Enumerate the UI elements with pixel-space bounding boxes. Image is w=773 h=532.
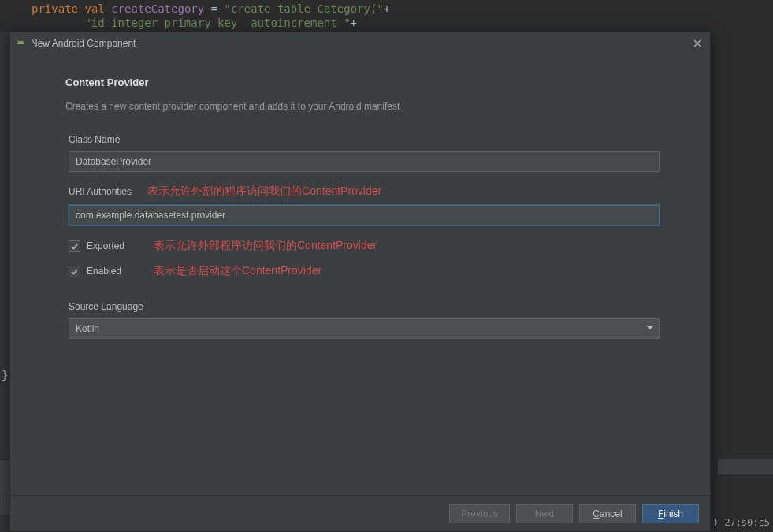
chevron-down-icon: [647, 326, 653, 329]
left-tool-window-strip: [0, 459, 9, 515]
dialog-content: Content Provider Creates a new content p…: [10, 54, 710, 339]
svg-point-2: [19, 42, 20, 43]
right-scrollbar-area: [718, 459, 773, 474]
section-description: Creates a new content provider component…: [65, 101, 655, 112]
uri-authorities-input[interactable]: [69, 205, 660, 225]
exported-annotation: 表示允许外部程序访问我们的ContentProvider: [154, 239, 377, 253]
dialog-button-bar: Previous Next Cancel Finish: [10, 495, 710, 531]
dialog-titlebar: New Android Component: [10, 32, 710, 54]
code-editor-background: private val createCategory = "create tab…: [0, 0, 773, 32]
source-language-label: Source Language: [69, 301, 143, 312]
new-android-component-dialog: New Android Component Content Provider C…: [9, 32, 711, 532]
svg-line-0: [18, 40, 19, 42]
enabled-checkbox[interactable]: [69, 266, 80, 277]
editor-gutter: [0, 0, 9, 532]
svg-point-3: [21, 42, 22, 43]
status-bar-right: ) 27:s0:c5: [707, 515, 773, 532]
close-icon[interactable]: [691, 37, 704, 50]
class-name-input[interactable]: [69, 151, 660, 172]
enabled-label: Enabled: [87, 266, 154, 277]
previous-button[interactable]: Previous: [449, 504, 510, 523]
android-icon: [15, 38, 26, 49]
exported-label: Exported: [87, 240, 154, 251]
class-name-label: Class Name: [69, 134, 120, 145]
svg-line-1: [22, 40, 23, 42]
finish-button[interactable]: Finish: [642, 504, 699, 523]
exported-checkbox[interactable]: [69, 240, 80, 252]
source-language-select[interactable]: Kotlin: [69, 318, 660, 339]
enabled-annotation: 表示是否启动这个ContentProvider: [154, 264, 321, 278]
section-heading: Content Provider: [65, 76, 655, 88]
cancel-button[interactable]: Cancel: [579, 504, 636, 523]
uri-authorities-label: URI Authorities: [69, 186, 132, 197]
next-button[interactable]: Next: [516, 504, 573, 523]
dialog-title: New Android Component: [31, 38, 691, 49]
uri-annotation: 表示允许外部的程序访问我们的ContentProvider: [147, 184, 381, 199]
code-closing-brace: }: [2, 369, 8, 381]
